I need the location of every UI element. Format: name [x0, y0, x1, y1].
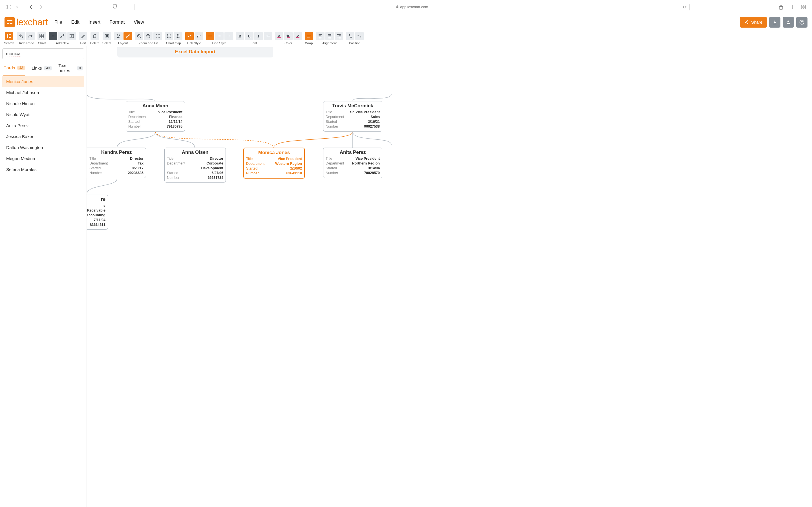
toolbar-label-select: Select: [102, 41, 111, 45]
link-curved-button[interactable]: [185, 32, 194, 40]
svg-rect-6: [802, 7, 803, 9]
chevron-down-icon[interactable]: [15, 4, 18, 10]
result-item[interactable]: Selena Morales: [2, 164, 84, 175]
fit-button[interactable]: [153, 32, 162, 40]
menu-insert[interactable]: Insert: [89, 19, 101, 25]
svg-rect-21: [42, 36, 44, 38]
text-color-button[interactable]: A: [275, 32, 283, 40]
position-horiz-button[interactable]: [355, 32, 364, 40]
svg-point-27: [70, 38, 70, 38]
align-left-button[interactable]: [316, 32, 324, 40]
result-item[interactable]: Michael Johnson: [2, 87, 84, 98]
add-link-button[interactable]: [58, 32, 66, 40]
back-icon[interactable]: [28, 4, 35, 10]
align-center-button[interactable]: [325, 32, 334, 40]
reload-icon[interactable]: ⟳: [683, 5, 687, 9]
bold-button[interactable]: B: [236, 32, 244, 40]
svg-rect-19: [42, 34, 44, 36]
card-name: re: [89, 196, 105, 202]
svg-rect-14: [7, 34, 8, 38]
edit-button[interactable]: [79, 32, 87, 40]
gap-expand-button[interactable]: [165, 32, 173, 40]
tab-cards-label: Cards: [3, 65, 15, 70]
fill-color-button[interactable]: [284, 32, 293, 40]
share-icon[interactable]: [777, 4, 784, 10]
address-bar[interactable]: app.lexchart.com ⟳: [135, 3, 690, 11]
logo[interactable]: lexchart: [4, 17, 48, 27]
result-item[interactable]: Anita Perez: [2, 120, 84, 131]
svg-point-10: [747, 23, 748, 24]
auto-layout-button[interactable]: [114, 32, 123, 40]
help-icon: ?: [799, 20, 804, 25]
add-card-button[interactable]: [49, 32, 57, 40]
help-button[interactable]: ?: [796, 17, 808, 27]
card-name: Travis McCormick: [326, 103, 380, 109]
toolbar-label-zoom: Zoom and Fit: [139, 41, 158, 45]
chart-button[interactable]: [38, 32, 46, 40]
svg-rect-31: [106, 35, 108, 37]
result-item[interactable]: Dalton Washington: [2, 142, 84, 153]
result-item[interactable]: Nichole Hinton: [2, 98, 84, 109]
download-button[interactable]: [769, 17, 780, 27]
result-item[interactable]: Monica Jones: [2, 76, 84, 87]
card-name: Kendra Perez: [89, 150, 144, 155]
text-size-button[interactable]: TT: [264, 32, 272, 40]
zoom-out-button[interactable]: [144, 32, 153, 40]
tabs-grid-icon[interactable]: [800, 4, 807, 10]
tab-cards[interactable]: Cards 43: [3, 63, 26, 76]
line-dotted-button[interactable]: [224, 32, 233, 40]
link-straight-button[interactable]: [195, 32, 203, 40]
layout-tree-button[interactable]: [123, 32, 132, 40]
search-input-wrapper[interactable]: monica: [2, 48, 84, 59]
menu-view[interactable]: View: [134, 19, 144, 25]
account-button[interactable]: [783, 17, 794, 27]
svg-point-25: [70, 34, 70, 35]
redo-button[interactable]: [26, 32, 35, 40]
underline-button[interactable]: U: [245, 32, 253, 40]
tab-links[interactable]: Links 43: [32, 63, 52, 76]
italic-button[interactable]: I: [254, 32, 263, 40]
search-input[interactable]: monica: [6, 51, 20, 56]
delete-button[interactable]: [91, 32, 99, 40]
org-card[interactable]: Anita Perez TitleVice President Departme…: [323, 148, 382, 178]
wrap-button[interactable]: [305, 32, 313, 40]
line-dashed-button[interactable]: [215, 32, 223, 40]
toolbar-label-gap: Chart Gap: [166, 41, 181, 45]
forward-icon[interactable]: [38, 4, 45, 10]
result-item[interactable]: Nicole Wyatt: [2, 109, 84, 120]
share-button[interactable]: Share: [740, 17, 767, 27]
org-card[interactable]: Anna Olsen TitleDirector DepartmentCorpo…: [164, 148, 226, 182]
canvas[interactable]: Excel Data Import Anna Mann TitleVice Pr: [87, 46, 812, 507]
org-card[interactable]: Kendra Perez TitleDirector DepartmentTax…: [87, 148, 146, 178]
tab-textboxes[interactable]: Text boxes 0: [58, 63, 83, 76]
svg-text:T: T: [268, 35, 270, 38]
add-textbox-button[interactable]: T: [67, 32, 76, 40]
card-name: Anna Mann: [128, 103, 183, 109]
menu-edit[interactable]: Edit: [71, 19, 79, 25]
logo-icon: [4, 17, 15, 27]
line-solid-button[interactable]: [206, 32, 214, 40]
org-card[interactable]: Anna Mann TitleVice President Department…: [126, 101, 185, 131]
align-right-button[interactable]: [335, 32, 343, 40]
sidebar-toggle-icon[interactable]: [5, 4, 12, 10]
result-item[interactable]: Jessica Baker: [2, 131, 84, 142]
plus-icon[interactable]: [789, 4, 796, 10]
border-color-button[interactable]: [294, 32, 302, 40]
org-card[interactable]: Travis McCormick TitleSr. Vice President…: [323, 101, 382, 131]
menu-format[interactable]: Format: [109, 19, 124, 25]
zoom-in-button[interactable]: [135, 32, 143, 40]
select-button[interactable]: [103, 32, 111, 40]
svg-rect-2: [396, 6, 398, 8]
search-toggle-button[interactable]: [5, 32, 13, 40]
shield-icon[interactable]: [113, 4, 117, 10]
gap-shrink-button[interactable]: [174, 32, 183, 40]
result-item[interactable]: Megan Medina: [2, 153, 84, 164]
org-card-clipped[interactable]: re s Receivable Accounting 7/11/04 83614…: [87, 194, 108, 230]
undo-button[interactable]: [17, 32, 26, 40]
menu-file[interactable]: File: [54, 19, 62, 25]
tab-textboxes-count: 0: [77, 66, 83, 70]
svg-text:A: A: [278, 34, 280, 38]
org-card-selected[interactable]: Monica Jones TitleVice President Departm…: [243, 148, 305, 179]
position-vert-button[interactable]: [346, 32, 354, 40]
search-tabs: Cards 43 Links 43 Text boxes 0: [2, 63, 84, 76]
